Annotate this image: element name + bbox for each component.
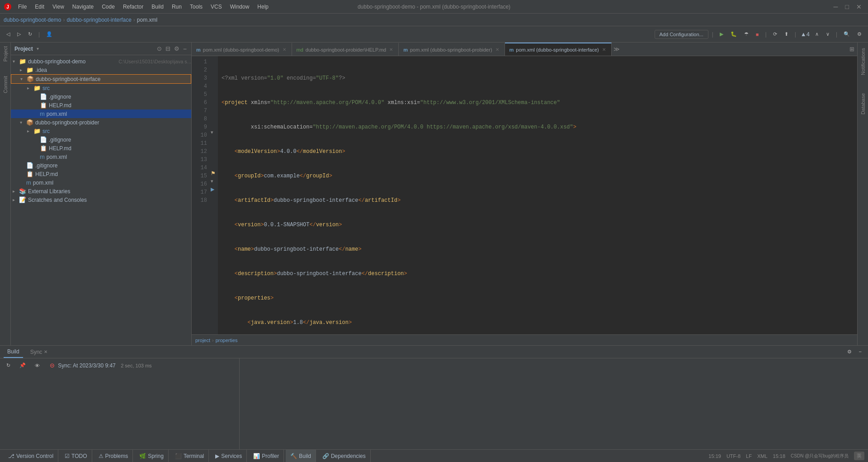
tree-item-idea[interactable]: ▸ 📁 .idea: [11, 66, 191, 74]
menu-file[interactable]: File: [14, 3, 30, 11]
tree-item-src2[interactable]: ▸ 📁 src: [11, 127, 191, 135]
menu-tools[interactable]: Tools: [186, 3, 206, 11]
tab-pom-interface[interactable]: m pom.xml (dubbo-springboot-interface) ✕: [505, 43, 612, 56]
tree-item-root[interactable]: ▾ 📁 dubbo-springboot-demo C:\Users\15031…: [11, 57, 191, 66]
collapse-all-button[interactable]: ⊟: [165, 44, 171, 53]
breadcrumb-project-node[interactable]: project: [195, 338, 210, 343]
minimize-button[interactable]: ─: [831, 3, 841, 10]
refresh-sync-button[interactable]: ↻: [4, 361, 13, 370]
tab-close-pom-demo[interactable]: ✕: [282, 47, 287, 52]
collapse-button[interactable]: ∨: [823, 30, 832, 38]
breadcrumb-module[interactable]: dubbo-springboot-interface: [66, 17, 131, 23]
status-time: 15:18: [773, 453, 786, 459]
run-button[interactable]: ▶: [717, 30, 726, 38]
fold-marker-10[interactable]: ▾: [211, 129, 213, 135]
tree-item-pomxml2[interactable]: ▸ m pom.xml: [11, 152, 191, 161]
status-tab-services[interactable]: ▶ Services: [211, 450, 247, 462]
options-button[interactable]: ⚙: [173, 44, 180, 53]
status-tab-terminal[interactable]: ⬛ Terminal: [170, 450, 209, 462]
tab-close-pom-interface[interactable]: ✕: [601, 47, 607, 52]
tree-item-gitignore2[interactable]: ▸ 📄 .gitignore: [11, 135, 191, 144]
code-line-6: <artifactId>dubbo-springboot-interface</…: [222, 196, 854, 205]
bottom-panel-close[interactable]: −: [856, 348, 864, 356]
tab-close-help[interactable]: ✕: [388, 47, 394, 52]
locate-file-button[interactable]: ⊙: [156, 44, 163, 53]
tree-item-helpmd1[interactable]: ▸ 📋 HELP.md: [11, 101, 191, 110]
stop-button[interactable]: ■: [753, 30, 762, 38]
menu-run[interactable]: Run: [168, 3, 185, 11]
fold-marker-16[interactable]: ▾: [211, 178, 213, 184]
menu-navigate[interactable]: Navigate: [69, 3, 97, 11]
menu-refactor[interactable]: Refactor: [119, 3, 147, 11]
code-line-10: <properties>: [222, 294, 854, 302]
code-editor[interactable]: <?xml version="1.0" encoding="UTF-8"?> <…: [218, 56, 857, 334]
commit-panel-button[interactable]: Commit: [2, 74, 9, 95]
settings-button[interactable]: ⚙: [854, 30, 864, 38]
expand-button[interactable]: ∧: [812, 30, 821, 38]
close-sidebar-button[interactable]: −: [182, 44, 188, 53]
search-everywhere-button[interactable]: 🔍: [841, 30, 853, 38]
right-panel-strip: Notifications Database: [857, 43, 868, 345]
tree-item-gitignore1[interactable]: ▸ 📄 .gitignore: [11, 92, 191, 101]
menu-help[interactable]: Help: [254, 3, 272, 11]
menu-build[interactable]: Build: [148, 3, 167, 11]
maximize-button[interactable]: □: [843, 3, 852, 10]
tab-help-probider[interactable]: md dubbo-springboot-probider\HELP.md ✕: [292, 43, 399, 56]
language-button[interactable]: 英: [854, 452, 864, 460]
update-button[interactable]: ⬆: [782, 30, 791, 38]
notifications-panel-button[interactable]: Notifications: [859, 44, 867, 79]
tree-item-pomxml1[interactable]: ▸ m pom.xml: [11, 110, 191, 118]
close-button[interactable]: ✕: [854, 3, 864, 10]
breadcrumb-properties-node[interactable]: properties: [216, 338, 238, 343]
tree-item-probider[interactable]: ▾ 📦 dubbo-springboot-probider: [11, 118, 191, 127]
tree-item-pomxml3[interactable]: ▸ m pom.xml: [11, 178, 191, 187]
bottom-tab-sync[interactable]: Sync ✕: [27, 346, 52, 358]
tree-item-src1[interactable]: ▸ 📁 src: [11, 84, 191, 92]
debug-button[interactable]: 🐛: [728, 30, 740, 38]
tree-item-scratches[interactable]: ▸ 📝 Scratches and Consoles: [11, 195, 191, 204]
status-tab-problems[interactable]: ⚠ Problems: [94, 450, 133, 462]
coverage-button[interactable]: ☂: [741, 30, 751, 38]
sync-button[interactable]: ⟳: [770, 30, 780, 38]
bookmark-15[interactable]: ⚑: [211, 170, 216, 176]
breadcrumb-project[interactable]: dubbo-springboot-demo: [4, 17, 61, 23]
tab-more-button[interactable]: ≫: [613, 46, 620, 52]
svg-text:J: J: [6, 5, 9, 10]
add-configuration-button[interactable]: Add Configuration...: [655, 30, 708, 39]
database-panel-button[interactable]: Database: [859, 90, 867, 118]
refresh-button[interactable]: ↻: [25, 30, 35, 38]
menu-view[interactable]: View: [49, 3, 68, 11]
left-panel-strip: Project Commit: [0, 43, 11, 345]
debug-marker-17[interactable]: ▶: [211, 186, 214, 192]
menu-vcs[interactable]: VCS: [207, 3, 226, 11]
tree-item-gitignore3[interactable]: ▸ 📄 .gitignore: [11, 161, 191, 170]
close-sync-tab[interactable]: ✕: [44, 349, 47, 354]
back-button[interactable]: ◁: [4, 30, 13, 38]
recent-files-button[interactable]: ⊞: [847, 46, 857, 52]
tree-item-interface[interactable]: ▾ 📦 dubbo-springboot-interface: [11, 74, 191, 84]
forward-button[interactable]: ▷: [14, 30, 24, 38]
code-line-3: xsi:schemaLocation="http://maven.apache.…: [222, 123, 854, 131]
status-tab-dependencies[interactable]: 🔗 Dependencies: [318, 450, 371, 462]
status-tab-build[interactable]: 🔨 Build: [286, 450, 316, 462]
status-tab-vcs[interactable]: ⎇ Version Control: [4, 450, 58, 462]
pin-sync-button[interactable]: 📌: [17, 361, 28, 370]
menu-code[interactable]: Code: [98, 3, 118, 11]
bottom-tab-build[interactable]: Build: [4, 346, 23, 358]
status-tab-profiler[interactable]: 📊 Profiler: [249, 450, 284, 462]
user-icon[interactable]: 👤: [43, 30, 55, 38]
status-tab-todo[interactable]: ☑ TODO: [60, 450, 92, 462]
tree-item-extlib[interactable]: ▸ 📚 External Libraries: [11, 187, 191, 195]
status-tab-spring[interactable]: 🌿 Spring: [135, 450, 169, 462]
view-sync-button[interactable]: 👁: [32, 362, 42, 370]
menu-edit[interactable]: Edit: [31, 3, 48, 11]
tree-item-helpmd2[interactable]: ▸ 📋 HELP.md: [11, 144, 191, 152]
tree-item-helpmd3[interactable]: ▸ 📋 HELP.md: [11, 170, 191, 178]
code-line-7: <version>0.0.1-SNAPSHOT</version>: [222, 221, 854, 229]
tab-close-pom-probider[interactable]: ✕: [495, 47, 500, 52]
tab-pom-probider[interactable]: m pom.xml (dubbo-springboot-probider) ✕: [399, 43, 505, 56]
bottom-panel-settings[interactable]: ⚙: [844, 348, 854, 356]
menu-window[interactable]: Window: [226, 3, 253, 11]
project-panel-button[interactable]: Project: [2, 44, 9, 63]
tab-pom-demo[interactable]: m pom.xml (dubbo-springboot-demo) ✕: [192, 43, 292, 56]
